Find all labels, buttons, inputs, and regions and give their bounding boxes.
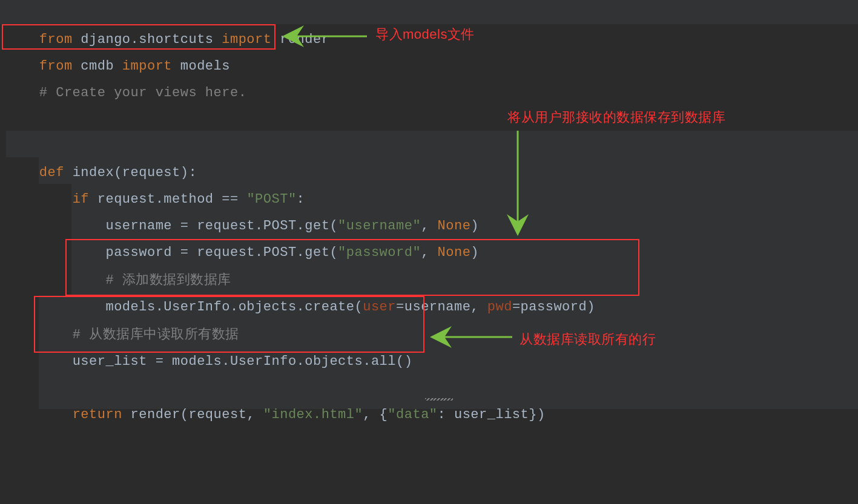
highlight-box-1 bbox=[2, 24, 276, 50]
str-data: data bbox=[396, 407, 429, 422]
code-line-3: # Create your views here. bbox=[6, 53, 858, 133]
q: " bbox=[263, 407, 272, 422]
q: " bbox=[388, 407, 396, 422]
userlist-assign: user_list = models.UserInfo.objects.all(… bbox=[73, 354, 413, 369]
mid: , { bbox=[363, 407, 388, 422]
tail: : user_list}) bbox=[438, 407, 546, 422]
annotation-1: 导入models文件 bbox=[375, 27, 475, 42]
annotation-3: 从数据库读取所有的行 bbox=[520, 332, 656, 347]
comment-create: # Create your views here. bbox=[39, 85, 247, 100]
wavy-underline bbox=[425, 398, 453, 401]
indent-cut-3 bbox=[0, 353, 6, 380]
indent bbox=[39, 407, 73, 422]
q: " bbox=[429, 407, 438, 422]
kw-return: return bbox=[73, 407, 122, 422]
annotation-2: 将从用户那接收的数据保存到数据库 bbox=[507, 110, 725, 125]
call-render: render(request, bbox=[131, 407, 263, 422]
highlight-box-2 bbox=[65, 239, 639, 296]
str-indexhtml: index.html bbox=[271, 407, 354, 422]
sp bbox=[122, 407, 131, 422]
highlight-box-3 bbox=[34, 296, 424, 353]
indent bbox=[39, 354, 73, 369]
code-editor: from django.shortcuts import render from… bbox=[0, 0, 858, 504]
q: " bbox=[355, 407, 363, 422]
code-line-15: return render(request, "index.html", {"d… bbox=[6, 375, 858, 455]
